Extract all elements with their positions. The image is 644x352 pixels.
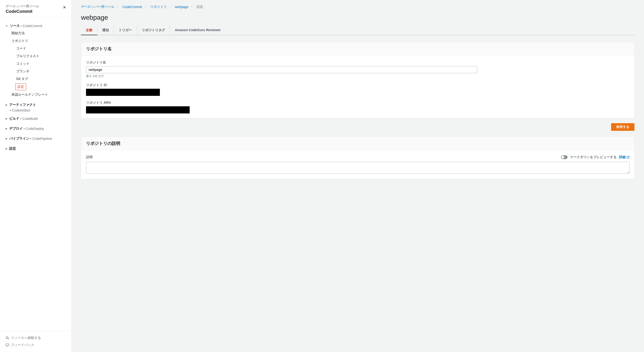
breadcrumb-link-codecommit[interactable]: CodeCommit [122, 5, 142, 9]
nav-group-label: 設定 [9, 147, 16, 151]
detail-link[interactable]: 詳細 [619, 155, 630, 159]
breadcrumb-current: 設定 [196, 5, 203, 9]
breadcrumb: デベロッパー用ツール 〉 CodeCommit 〉 リポジトリ 〉 webpag… [81, 5, 634, 9]
nav-subitem-commits[interactable]: コミット [6, 60, 66, 68]
external-link-icon [626, 156, 630, 159]
sidebar-header: デベロッパー用ツール CodeCommit × [0, 0, 71, 17]
tab-triggers[interactable]: トリガー [114, 26, 137, 35]
nav-group-header-settings[interactable]: ▶ 設定 [6, 145, 66, 152]
tab-notifications[interactable]: 通知 [98, 26, 114, 35]
search-icon [6, 336, 9, 340]
nav-item-approval-templates[interactable]: 承認ルールテンプレート [6, 91, 66, 98]
repository-name-input[interactable] [86, 66, 477, 73]
nav-subitem-pull-requests[interactable]: プルリクエスト [6, 52, 66, 60]
nav-group-header-deploy[interactable]: ▶ デプロイ • CodeDeploy [6, 125, 66, 132]
breadcrumb-link-repositories[interactable]: リポジトリ [150, 5, 167, 9]
sidebar: デベロッパー用ツール CodeCommit × ▼ ソース • CodeComm… [0, 0, 72, 352]
nav-group-suffix: • CodePipeline [30, 137, 52, 141]
nav-group-label: ビルド [9, 117, 19, 121]
nav-group-suffix: • CodeBuild [20, 117, 38, 121]
chevron-right-icon: 〉 [144, 5, 148, 9]
footer-search-label: リソースへ移動する [11, 336, 41, 340]
markdown-preview-group: マークダウンをプレビューする 詳細 [561, 155, 630, 159]
close-icon[interactable]: × [63, 4, 66, 10]
tab-repository-tags[interactable]: リポジトリタグ [137, 26, 170, 35]
toggle-label: マークダウンをプレビューする [570, 155, 616, 159]
sidebar-footer: リソースへ移動する フィードバック [0, 331, 71, 352]
nav-item-getting-started[interactable]: 開始方法 [6, 29, 66, 37]
main-content: デベロッパー用ツール 〉 CodeCommit 〉 リポジトリ 〉 webpag… [72, 0, 644, 352]
nav-group-label: デプロイ [9, 127, 23, 131]
svg-rect-2 [6, 344, 9, 346]
panel-body: リポジトリ名 最大 100 文字 リポジトリ ID リポジトリ ARN [81, 56, 634, 118]
svg-line-1 [8, 339, 9, 340]
page-title: webpage [81, 14, 634, 21]
field-label: リポジトリ ID [86, 83, 630, 87]
nav-group-header-artifact[interactable]: ▶ アーティファクト [6, 101, 66, 108]
nav-group-header-source[interactable]: ▼ ソース • CodeCommit [6, 22, 66, 29]
panel-body: 説明 マークダウンをプレビューする 詳細 [81, 150, 634, 179]
tabs: 全般 通知 トリガー リポジトリタグ Amazon CodeGuru Revie… [81, 26, 634, 35]
nav-group-suffix: • CodeDeploy [24, 127, 44, 131]
field-repository-name: リポジトリ名 最大 100 文字 [86, 60, 630, 78]
nav-subitem-code[interactable]: コード [6, 45, 66, 52]
footer-feedback[interactable]: フィードバック [6, 342, 66, 349]
comment-icon [6, 344, 9, 347]
nav-group-build: ▶ ビルド • CodeBuild [0, 114, 71, 124]
panel-header: リポジトリの説明 [81, 137, 634, 150]
breadcrumb-link-devtools[interactable]: デベロッパー用ツール [81, 5, 114, 9]
panel-header: リポジトリ名 [81, 42, 634, 56]
nav-item-repositories[interactable]: リポジトリ [6, 37, 66, 45]
field-hint: 最大 100 文字 [86, 74, 630, 78]
nav-group-source: ▼ ソース • CodeCommit 開始方法 リポジトリ コード プルリクエス… [0, 21, 71, 100]
detail-link-label: 詳細 [619, 155, 626, 159]
nav-group-suffix: • CodeCommit [21, 24, 42, 28]
redacted-repository-arn [86, 106, 190, 113]
tab-general[interactable]: 全般 [81, 26, 98, 35]
chevron-right-icon: 〉 [191, 5, 194, 9]
field-label: リポジトリ ARN [86, 101, 630, 105]
caret-right-icon: ▶ [6, 104, 8, 106]
nav-group-suffix-artifact: • CodeArtifact [6, 108, 66, 112]
breadcrumb-link-webpage[interactable]: webpage [175, 5, 188, 9]
panel-title: リポジトリ名 [86, 46, 630, 52]
nav-group-label: アーティファクト [9, 103, 36, 107]
toggle-knob [561, 156, 564, 159]
field-label: リポジトリ名 [86, 60, 630, 65]
nav-group-artifact: ▶ アーティファクト • CodeArtifact [0, 100, 71, 114]
nav-group-pipeline: ▶ パイプライン • CodePipeline [0, 134, 71, 144]
caret-right-icon: ▶ [6, 138, 8, 140]
panel-title: リポジトリの説明 [86, 141, 630, 146]
caret-right-icon: ▶ [6, 118, 8, 120]
save-button[interactable]: 保存する [611, 123, 634, 131]
chevron-right-icon: 〉 [117, 5, 120, 9]
field-repository-arn: リポジトリ ARN [86, 101, 630, 113]
description-textarea[interactable] [86, 162, 630, 174]
svg-point-0 [6, 337, 8, 339]
tab-codeguru[interactable]: Amazon CodeGuru Reviewer [170, 26, 226, 35]
actions-row: 保存する [81, 123, 634, 131]
panel-repository-description: リポジトリの説明 説明 マークダウンをプレビューする 詳細 [81, 137, 634, 179]
nav-group-header-pipeline[interactable]: ▶ パイプライン • CodePipeline [6, 135, 66, 142]
nav-subitem-git-tags[interactable]: Git タグ [6, 75, 66, 83]
nav-group-settings: ▶ 設定 [0, 144, 71, 154]
sidebar-subtitle: デベロッパー用ツール [6, 4, 66, 8]
nav-subitem-settings[interactable]: 設定 [15, 83, 26, 90]
field-repository-id: リポジトリ ID [86, 83, 630, 96]
chevron-right-icon: 〉 [169, 5, 172, 9]
sidebar-nav: ▼ ソース • CodeCommit 開始方法 リポジトリ コード プルリクエス… [0, 17, 71, 331]
field-label: 説明 [86, 155, 93, 159]
nav-subitem-branches[interactable]: ブランチ [6, 68, 66, 75]
footer-go-to-resource[interactable]: リソースへ移動する [6, 335, 66, 342]
nav-group-deploy: ▶ デプロイ • CodeDeploy [0, 124, 71, 134]
nav-group-label: パイプライン [9, 137, 29, 141]
sidebar-title: CodeCommit [6, 9, 66, 14]
redacted-repository-id [86, 89, 160, 96]
panel-repository-name: リポジトリ名 リポジトリ名 最大 100 文字 リポジトリ ID リポジトリ A… [81, 42, 634, 118]
caret-down-icon: ▼ [6, 25, 8, 27]
markdown-preview-toggle[interactable] [561, 155, 568, 159]
nav-group-header-build[interactable]: ▶ ビルド • CodeBuild [6, 115, 66, 122]
nav-group-label: ソース [10, 24, 20, 28]
svg-line-3 [628, 156, 629, 158]
caret-right-icon: ▶ [6, 148, 8, 150]
